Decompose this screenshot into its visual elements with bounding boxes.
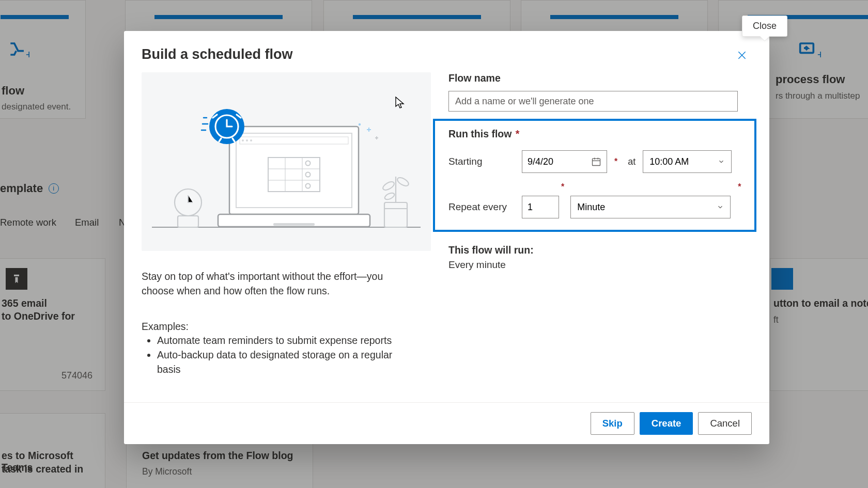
close-icon — [737, 50, 747, 60]
flow-name-input[interactable] — [448, 91, 738, 112]
svg-point-9 — [242, 139, 244, 141]
create-button[interactable]: Create — [640, 412, 693, 435]
dialog-title: Build a scheduled flow — [142, 46, 293, 62]
required-mark: * — [738, 182, 741, 192]
example-item: Auto-backup data to designated storage o… — [157, 348, 413, 376]
close-tooltip: Close — [742, 15, 787, 37]
chevron-down-icon — [717, 203, 724, 211]
svg-rect-30 — [593, 159, 600, 165]
example-item: Automate team reminders to submit expens… — [157, 334, 413, 348]
required-mark: * — [516, 128, 520, 139]
will-run-label: This flow will run: — [448, 244, 754, 256]
chevron-down-icon — [718, 158, 725, 165]
svg-point-27 — [382, 180, 396, 192]
repeat-count-input[interactable] — [522, 196, 559, 218]
illustration — [142, 72, 431, 251]
required-mark: * — [561, 182, 564, 192]
svg-point-29 — [384, 192, 395, 201]
scheduled-flow-dialog: Close Build a scheduled flow — [124, 31, 769, 444]
cancel-button[interactable]: Cancel — [698, 412, 752, 435]
starting-date-value: 9/4/20 — [528, 156, 553, 167]
repeat-label: Repeat every — [448, 201, 516, 213]
repeat-unit-select[interactable]: Minute — [570, 196, 731, 218]
starting-date-input[interactable]: 9/4/20 — [522, 150, 607, 173]
svg-point-10 — [246, 139, 248, 141]
svg-point-11 — [250, 139, 252, 141]
svg-rect-25 — [384, 202, 407, 227]
svg-rect-7 — [273, 223, 315, 226]
starting-time-value: 10:00 AM — [649, 156, 689, 167]
svg-rect-4 — [229, 127, 359, 214]
dialog-footer: Skip Create Cancel — [124, 402, 769, 444]
starting-time-select[interactable]: 10:00 AM — [643, 150, 732, 173]
close-button[interactable] — [733, 46, 751, 64]
required-mark: * — [614, 157, 617, 166]
at-label: at — [628, 156, 636, 167]
calendar-icon — [591, 156, 601, 167]
cursor-icon — [395, 96, 405, 109]
flow-name-label: Flow name — [448, 72, 754, 84]
run-label: Run this flow — [448, 128, 512, 139]
examples-label: Examples: — [142, 321, 413, 333]
svg-point-28 — [396, 176, 410, 187]
will-run-value: Every minute — [448, 259, 754, 271]
starting-label: Starting — [448, 156, 516, 167]
run-this-flow-section: Run this flow * Starting 9/4/20 * at 10:… — [433, 119, 756, 232]
dialog-description: Stay on top of what's important without … — [142, 270, 413, 298]
svg-point-22 — [359, 123, 361, 125]
svg-rect-24 — [178, 216, 198, 227]
repeat-unit-value: Minute — [577, 202, 605, 213]
skip-button[interactable]: Skip — [591, 412, 634, 435]
